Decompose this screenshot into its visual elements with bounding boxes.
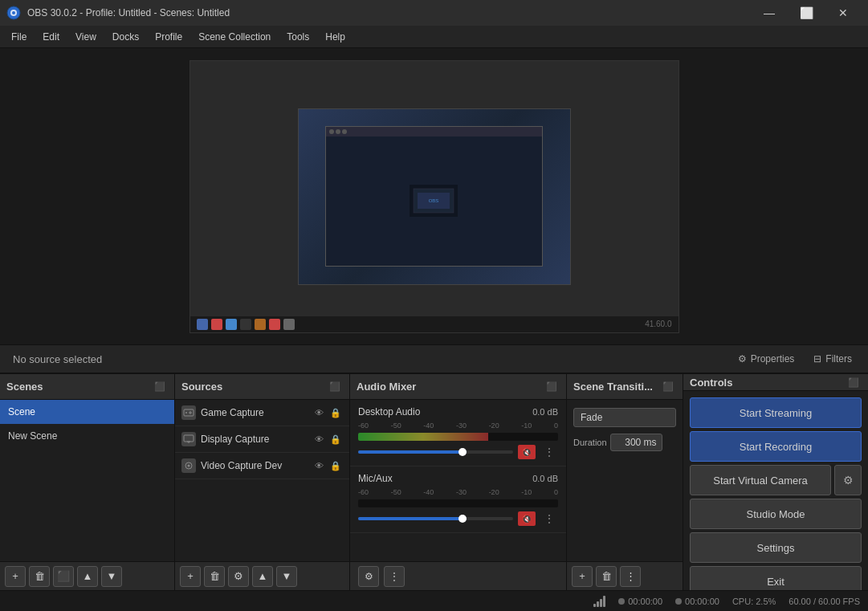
filters-tab[interactable]: ⊟ Filters xyxy=(804,349,862,369)
scenes-filter-btn[interactable]: ⬛ xyxy=(53,566,74,587)
transition-select-wrapper: Fade Cut Swipe Slide xyxy=(573,408,676,427)
scenes-remove-btn[interactable]: 🗑 xyxy=(29,566,50,587)
sources-add-btn[interactable]: + xyxy=(180,566,201,587)
controls-title: Controls xyxy=(690,377,732,389)
display-capture-actions: 👁 🔒 xyxy=(312,432,343,446)
virtual-camera-settings-btn[interactable]: ⚙ xyxy=(834,465,862,495)
preview-canvas: OBS 41.60.0 xyxy=(189,60,679,333)
start-virtual-camera-button[interactable]: Start Virtual Camera xyxy=(690,465,831,495)
video-capture-visible-btn[interactable]: 👁 xyxy=(312,458,326,473)
sources-remove-btn[interactable]: 🗑 xyxy=(204,566,225,587)
sources-down-btn[interactable]: ▼ xyxy=(276,566,297,587)
scene-item-new[interactable]: New Scene xyxy=(0,424,174,448)
start-recording-button[interactable]: Start Recording xyxy=(690,431,862,462)
titlebar-title: OBS 30.0.2 - Profile: Untitled - Scenes:… xyxy=(27,7,230,18)
display-capture-lock-btn[interactable]: 🔒 xyxy=(328,432,343,446)
game-capture-visible-btn[interactable]: 👁 xyxy=(312,405,326,420)
minimize-button[interactable]: — xyxy=(751,0,788,26)
audio-mixer-expand-btn[interactable]: ⬛ xyxy=(544,379,560,395)
scene-item-scene[interactable]: Scene xyxy=(0,400,174,424)
video-capture-icon xyxy=(181,458,196,473)
transitions-more-btn[interactable]: ⋮ xyxy=(620,566,641,587)
close-button[interactable]: ✕ xyxy=(825,0,862,26)
properties-tab[interactable]: ⚙ Properties xyxy=(728,349,805,369)
controls-header: Controls ⬛ xyxy=(683,374,868,391)
menu-tools[interactable]: Tools xyxy=(279,28,317,46)
desktop-audio-more-btn[interactable]: ⋮ xyxy=(540,445,558,459)
display-capture-icon xyxy=(181,432,196,446)
transitions-inner: Fade Cut Swipe Slide Duration xyxy=(567,400,683,459)
preview-icon-4 xyxy=(240,319,251,330)
audio-mixer-title: Audio Mixer xyxy=(357,381,416,393)
mic-aux-fader-row: 🔇 ⋮ xyxy=(358,511,558,526)
transitions-expand-btn[interactable]: ⬛ xyxy=(660,379,676,395)
mic-aux-name: Mic/Aux xyxy=(358,473,393,484)
sources-up-btn[interactable]: ▲ xyxy=(252,566,273,587)
desktop-audio-channel: Desktop Audio 0.0 dB -60-50-40-30-20-100 xyxy=(350,400,566,466)
source-item-display[interactable]: Display Capture 👁 🔒 xyxy=(175,426,349,453)
transition-type-select[interactable]: Fade Cut Swipe Slide xyxy=(573,408,676,427)
titlebar-controls: — ⬜ ✕ xyxy=(751,0,862,26)
preview-inner: OBS xyxy=(298,108,571,285)
transition-duration-input[interactable] xyxy=(610,434,662,451)
scenes-panel-footer: + 🗑 ⬛ ▲ ▼ xyxy=(0,561,174,590)
menu-help[interactable]: Help xyxy=(317,28,353,46)
sources-panel: Sources ⬛ Game Capture 👁 🔒 Displa xyxy=(175,374,350,590)
sources-settings-btn[interactable]: ⚙ xyxy=(228,566,249,587)
transitions-header: Scene Transiti... ⬛ xyxy=(567,374,683,400)
studio-mode-button[interactable]: Studio Mode xyxy=(690,499,862,529)
scenes-add-btn[interactable]: + xyxy=(5,566,26,587)
mic-aux-labels: -60-50-40-30-20-100 xyxy=(358,488,558,496)
mic-aux-thumb xyxy=(458,515,467,523)
mic-aux-track xyxy=(358,499,558,507)
maximize-button[interactable]: ⬜ xyxy=(788,0,825,26)
mini-dot-3 xyxy=(342,129,347,134)
audio-channels: Desktop Audio 0.0 dB -60-50-40-30-20-100 xyxy=(350,400,566,561)
desktop-audio-mute-btn[interactable]: 🔇 xyxy=(518,445,536,459)
desktop-audio-thumb xyxy=(458,448,467,456)
desktop-audio-fill xyxy=(358,450,467,454)
audio-settings-btn[interactable]: ⚙ xyxy=(358,566,379,587)
menubar: File Edit View Docks Profile Scene Colle… xyxy=(0,26,868,48)
mic-aux-more-btn[interactable]: ⋮ xyxy=(540,511,558,526)
start-streaming-button[interactable]: Start Streaming xyxy=(690,397,862,428)
display-capture-visible-btn[interactable]: 👁 xyxy=(312,432,326,446)
settings-button[interactable]: Settings xyxy=(690,532,862,563)
scenes-expand-btn[interactable]: ⬛ xyxy=(152,379,168,395)
stream-time: 00:00:00 xyxy=(628,597,662,606)
game-capture-lock-btn[interactable]: 🔒 xyxy=(328,405,343,420)
scenes-down-btn[interactable]: ▼ xyxy=(101,566,122,587)
transitions-title: Scene Transiti... xyxy=(573,381,653,393)
game-capture-icon xyxy=(181,405,196,420)
preview-icon-1 xyxy=(197,319,208,330)
menu-view[interactable]: View xyxy=(67,28,104,46)
audio-more-options-btn[interactable]: ⋮ xyxy=(384,566,405,587)
sources-expand-btn[interactable]: ⬛ xyxy=(327,379,343,395)
menu-scene-collection[interactable]: Scene Collection xyxy=(190,28,279,46)
menu-edit[interactable]: Edit xyxy=(35,28,67,46)
menu-docks[interactable]: Docks xyxy=(104,28,147,46)
mic-aux-channel: Mic/Aux 0.0 dB -60-50-40-30-20-100 xyxy=(350,466,566,533)
transition-duration-label: Duration xyxy=(573,438,607,447)
preview-icon-6 xyxy=(269,319,280,330)
desktop-audio-meter xyxy=(358,433,558,441)
source-item-game[interactable]: Game Capture 👁 🔒 xyxy=(175,400,349,426)
desktop-audio-fader[interactable] xyxy=(358,450,513,454)
video-capture-lock-btn[interactable]: 🔒 xyxy=(328,458,343,473)
transitions-add-btn[interactable]: + xyxy=(572,566,593,587)
filters-icon: ⊟ xyxy=(813,353,821,365)
svg-point-8 xyxy=(185,412,187,413)
controls-expand-btn[interactable]: ⬛ xyxy=(846,374,862,390)
scenes-panel: Scenes ⬛ Scene New Scene + 🗑 ⬛ ▲ ▼ xyxy=(0,374,175,590)
mic-aux-fader[interactable] xyxy=(358,517,513,520)
menu-profile[interactable]: Profile xyxy=(147,28,190,46)
transitions-content: Fade Cut Swipe Slide Duration xyxy=(567,400,683,561)
scenes-panel-title: Scenes xyxy=(6,381,43,393)
transitions-remove-btn[interactable]: 🗑 xyxy=(596,566,617,587)
game-capture-label: Game Capture xyxy=(201,407,307,418)
source-item-video[interactable]: Video Capture Dev 👁 🔒 xyxy=(175,453,349,479)
mic-aux-mute-btn[interactable]: 🔇 xyxy=(518,511,536,526)
menu-file[interactable]: File xyxy=(3,28,35,46)
display-capture-label: Display Capture xyxy=(201,434,307,445)
scenes-up-btn[interactable]: ▲ xyxy=(77,566,98,587)
